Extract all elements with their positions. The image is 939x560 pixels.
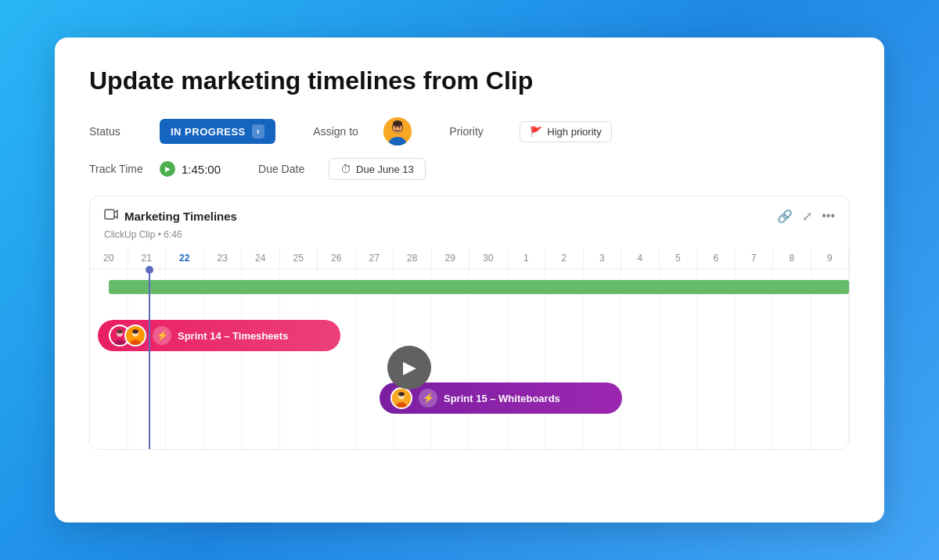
priority-label: Priority xyxy=(449,125,512,138)
play-button[interactable]: ▶ xyxy=(387,346,431,389)
gantt-day-8: 8 xyxy=(773,248,811,268)
status-item: Status IN PROGRESS › xyxy=(89,119,275,144)
gantt-grid xyxy=(90,269,849,449)
track-time-value: 1:45:00 xyxy=(182,163,221,176)
svg-point-15 xyxy=(132,330,139,334)
status-value: IN PROGRESS xyxy=(171,126,246,138)
svg-rect-7 xyxy=(105,210,114,219)
gantt-day-4: 4 xyxy=(621,248,660,268)
gantt-grid-col-6 xyxy=(697,269,736,449)
priority-item: Priority 🚩 High priority xyxy=(449,121,611,142)
clip-subtitle: ClickUp Clip • 6:46 xyxy=(90,229,849,248)
gantt-grid-col-8 xyxy=(773,269,811,449)
clip-title: Marketing Timelines xyxy=(124,210,237,223)
priority-badge[interactable]: 🚩 High priority xyxy=(520,121,611,142)
gantt-day-28: 28 xyxy=(394,248,432,268)
svg-point-19 xyxy=(398,393,405,397)
gantt-grid-col-24 xyxy=(242,269,280,449)
track-time-item: Track Time ▶ 1:45:00 xyxy=(89,161,221,177)
assign-label: Assign to xyxy=(313,125,376,138)
priority-flag-icon: 🚩 xyxy=(530,126,542,138)
main-card: Update marketing timelines from Clip Sta… xyxy=(55,38,884,522)
due-date-label: Due Date xyxy=(258,163,321,175)
sprint-14-avatars xyxy=(109,325,146,346)
meta-row-2: Track Time ▶ 1:45:00 Due Date ⏱ Due June… xyxy=(89,158,850,180)
gantt-day-5: 5 xyxy=(660,248,698,268)
status-label: Status xyxy=(89,125,152,138)
sprint-15-icon: ⚡ xyxy=(419,389,437,407)
track-time-display: ▶ 1:45:00 xyxy=(160,161,221,177)
sprint-14-label: Sprint 14 – Timesheets xyxy=(178,330,288,342)
sprint-14-icon: ⚡ xyxy=(153,326,171,345)
gantt-grid-col-26 xyxy=(318,269,356,449)
gantt-day-23: 23 xyxy=(204,248,243,268)
gantt-grid-col-20 xyxy=(90,269,128,449)
due-date-value: Due June 13 xyxy=(356,163,414,175)
gantt-day-9: 9 xyxy=(811,248,850,268)
gantt-day-29: 29 xyxy=(432,248,470,268)
gantt-day-25: 25 xyxy=(280,248,318,268)
gantt-grid-col-3 xyxy=(584,269,622,449)
sprint-15-label: Sprint 15 – Whiteboards xyxy=(444,393,560,404)
status-chevron: › xyxy=(252,124,265,138)
clip-actions: 🔗 ⤢ ••• xyxy=(777,209,835,224)
expand-icon[interactable]: ⤢ xyxy=(802,209,812,224)
gantt-day-22: 22 xyxy=(166,248,204,268)
gantt-day-7: 7 xyxy=(736,248,774,268)
more-icon[interactable]: ••• xyxy=(822,209,835,223)
svg-point-6 xyxy=(393,120,402,127)
link-icon[interactable]: 🔗 xyxy=(777,209,793,224)
priority-value: High priority xyxy=(547,126,601,138)
assign-item: Assign to xyxy=(313,117,412,145)
meta-row-1: Status IN PROGRESS › Assign to xyxy=(89,117,850,145)
gantt-grid-col-5 xyxy=(660,269,698,449)
gantt-body: ⚡ Sprint 14 – Timesheets ▶ xyxy=(90,269,849,449)
gantt-day-2: 2 xyxy=(545,248,584,268)
assign-avatar[interactable] xyxy=(383,117,412,145)
gantt-day-27: 27 xyxy=(356,248,394,268)
svg-point-11 xyxy=(117,330,123,334)
gantt-grid-col-7 xyxy=(736,269,774,449)
gantt-grid-col-9 xyxy=(811,269,850,449)
svg-point-5 xyxy=(399,127,401,128)
avatar-svg xyxy=(383,117,412,145)
gantt-day-30: 30 xyxy=(470,248,508,268)
gantt-area: 2021222324252627282930123456789 xyxy=(90,248,849,449)
gantt-day-1: 1 xyxy=(508,248,546,268)
clip-title-row: Marketing Timelines xyxy=(104,207,237,224)
due-date-badge[interactable]: ⏱ Due June 13 xyxy=(329,158,426,180)
gantt-header: 2021222324252627282930123456789 xyxy=(90,248,849,269)
gantt-day-6: 6 xyxy=(697,248,736,268)
clip-header: Marketing Timelines 🔗 ⤢ ••• xyxy=(90,196,849,229)
clip-embed: Marketing Timelines 🔗 ⤢ ••• ClickUp Clip… xyxy=(89,196,850,450)
gantt-day-26: 26 xyxy=(318,248,356,268)
track-time-play-icon[interactable]: ▶ xyxy=(160,161,175,177)
clock-icon: ⏱ xyxy=(340,163,351,175)
gantt-grid-col-30 xyxy=(470,269,508,449)
gantt-grid-col-4 xyxy=(621,269,660,449)
gantt-day-20: 20 xyxy=(90,248,128,268)
due-date-item: Due Date ⏱ Due June 13 xyxy=(258,158,426,180)
gantt-grid-col-21 xyxy=(128,269,167,449)
sprint-14-bar[interactable]: ⚡ Sprint 14 – Timesheets xyxy=(98,320,340,351)
gantt-day-24: 24 xyxy=(242,248,280,268)
page-title: Update marketing timelines from Clip xyxy=(89,66,850,95)
sprint-14-avatar-2 xyxy=(124,325,146,346)
gantt-grid-col-1 xyxy=(508,269,546,449)
status-button[interactable]: IN PROGRESS › xyxy=(160,119,275,144)
clip-icon xyxy=(104,207,118,224)
gantt-grid-col-29 xyxy=(432,269,470,449)
gantt-grid-col-23 xyxy=(204,269,243,449)
track-time-label: Track Time xyxy=(89,163,152,175)
gantt-grid-col-2 xyxy=(545,269,584,449)
gantt-grid-col-25 xyxy=(280,269,318,449)
sprint-15-avatar xyxy=(390,387,412,409)
gantt-green-bar xyxy=(109,280,849,294)
svg-point-4 xyxy=(395,127,397,128)
gantt-day-21: 21 xyxy=(128,248,167,268)
gantt-grid-col-22 xyxy=(166,269,204,449)
gantt-today-line xyxy=(149,269,150,449)
gantt-day-3: 3 xyxy=(584,248,622,268)
